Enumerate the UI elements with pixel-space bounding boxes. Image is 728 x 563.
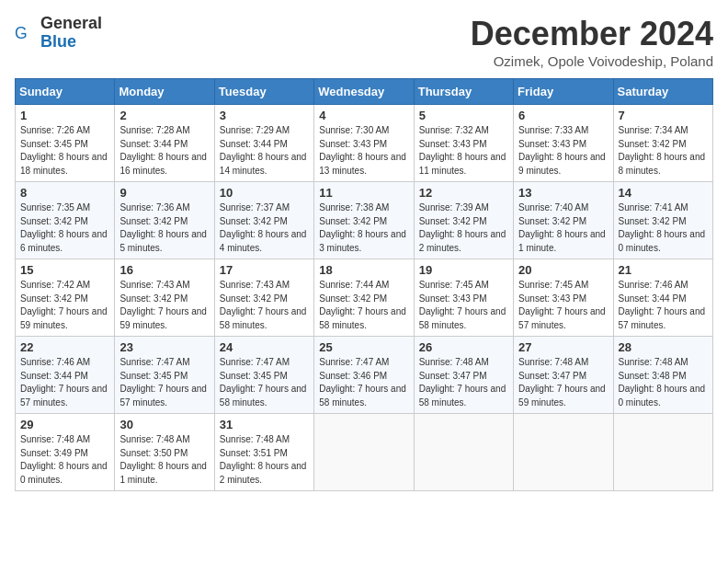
day-info: Sunrise: 7:35 AMSunset: 3:42 PMDaylight:… xyxy=(20,201,109,255)
day-number: 1 xyxy=(20,109,109,122)
day-number: 31 xyxy=(220,418,309,431)
day-number: 10 xyxy=(220,186,309,200)
day-number: 23 xyxy=(119,340,209,354)
calendar-day-cell xyxy=(414,414,513,491)
day-number: 27 xyxy=(518,340,608,354)
day-info: Sunrise: 7:30 AMSunset: 3:43 PMDaylight:… xyxy=(319,124,408,178)
day-info: Sunrise: 7:47 AMSunset: 3:45 PMDaylight:… xyxy=(220,356,309,409)
day-number: 18 xyxy=(319,263,408,277)
location-title: Ozimek, Opole Voivodeship, Poland xyxy=(471,53,713,69)
calendar-day-cell xyxy=(613,414,712,491)
weekday-header-cell: Wednesday xyxy=(314,79,414,105)
calendar-day-cell xyxy=(314,414,414,491)
calendar-day-cell: 12Sunrise: 7:39 AMSunset: 3:42 PMDayligh… xyxy=(414,182,513,259)
day-info: Sunrise: 7:45 AMSunset: 3:43 PMDaylight:… xyxy=(419,279,508,332)
day-info: Sunrise: 7:32 AMSunset: 3:43 PMDaylight:… xyxy=(419,124,508,178)
day-number: 17 xyxy=(220,263,309,277)
logo-blue-text: Blue xyxy=(40,33,102,52)
calendar-day-cell: 7Sunrise: 7:34 AMSunset: 3:42 PMDaylight… xyxy=(613,105,712,182)
day-info: Sunrise: 7:39 AMSunset: 3:42 PMDaylight:… xyxy=(419,201,508,255)
calendar-day-cell: 11Sunrise: 7:38 AMSunset: 3:42 PMDayligh… xyxy=(314,182,414,259)
calendar-day-cell: 29Sunrise: 7:48 AMSunset: 3:49 PMDayligh… xyxy=(16,414,115,491)
calendar-day-cell: 23Sunrise: 7:47 AMSunset: 3:45 PMDayligh… xyxy=(115,337,214,414)
day-number: 12 xyxy=(419,186,508,200)
day-number: 6 xyxy=(518,109,608,122)
day-number: 3 xyxy=(220,109,309,122)
day-info: Sunrise: 7:38 AMSunset: 3:42 PMDaylight:… xyxy=(319,201,408,255)
calendar-day-cell: 14Sunrise: 7:41 AMSunset: 3:42 PMDayligh… xyxy=(613,182,712,259)
day-number: 16 xyxy=(119,263,209,277)
day-number: 20 xyxy=(518,263,608,277)
day-number: 15 xyxy=(20,263,109,277)
logo-general-text: General xyxy=(40,15,102,33)
calendar-day-cell: 18Sunrise: 7:44 AMSunset: 3:42 PMDayligh… xyxy=(314,259,414,337)
day-info: Sunrise: 7:40 AMSunset: 3:42 PMDaylight:… xyxy=(518,201,608,255)
title-area: December 2024 Ozimek, Opole Voivodeship,… xyxy=(471,15,713,69)
calendar-day-cell: 26Sunrise: 7:48 AMSunset: 3:47 PMDayligh… xyxy=(414,337,513,414)
calendar-day-cell: 24Sunrise: 7:47 AMSunset: 3:45 PMDayligh… xyxy=(214,337,313,414)
day-number: 28 xyxy=(619,340,708,354)
calendar-day-cell: 5Sunrise: 7:32 AMSunset: 3:43 PMDaylight… xyxy=(414,105,513,182)
day-number: 30 xyxy=(119,418,209,431)
day-number: 4 xyxy=(319,109,408,122)
day-number: 9 xyxy=(119,186,209,200)
calendar-week-row: 8Sunrise: 7:35 AMSunset: 3:42 PMDaylight… xyxy=(16,182,713,259)
calendar-day-cell: 19Sunrise: 7:45 AMSunset: 3:43 PMDayligh… xyxy=(414,259,513,337)
day-info: Sunrise: 7:46 AMSunset: 3:44 PMDaylight:… xyxy=(619,279,708,332)
calendar-day-cell: 13Sunrise: 7:40 AMSunset: 3:42 PMDayligh… xyxy=(514,182,613,259)
day-info: Sunrise: 7:48 AMSunset: 3:50 PMDaylight:… xyxy=(119,433,209,487)
day-info: Sunrise: 7:36 AMSunset: 3:42 PMDaylight:… xyxy=(119,201,209,255)
calendar-week-row: 22Sunrise: 7:46 AMSunset: 3:44 PMDayligh… xyxy=(16,337,713,414)
month-title: December 2024 xyxy=(471,15,713,53)
day-info: Sunrise: 7:34 AMSunset: 3:42 PMDaylight:… xyxy=(619,124,708,178)
day-info: Sunrise: 7:48 AMSunset: 3:51 PMDaylight:… xyxy=(220,433,309,487)
day-number: 29 xyxy=(20,418,109,431)
calendar-day-cell: 22Sunrise: 7:46 AMSunset: 3:44 PMDayligh… xyxy=(16,337,115,414)
day-number: 25 xyxy=(319,340,408,354)
logo: G General Blue xyxy=(15,15,102,52)
weekday-header-cell: Sunday xyxy=(16,79,115,105)
day-info: Sunrise: 7:48 AMSunset: 3:48 PMDaylight:… xyxy=(619,356,708,409)
calendar-day-cell: 9Sunrise: 7:36 AMSunset: 3:42 PMDaylight… xyxy=(115,182,214,259)
calendar-day-cell: 1Sunrise: 7:26 AMSunset: 3:45 PMDaylight… xyxy=(16,105,115,182)
day-info: Sunrise: 7:48 AMSunset: 3:47 PMDaylight:… xyxy=(419,356,508,409)
day-info: Sunrise: 7:48 AMSunset: 3:47 PMDaylight:… xyxy=(518,356,608,409)
day-info: Sunrise: 7:44 AMSunset: 3:42 PMDaylight:… xyxy=(319,279,408,332)
calendar-day-cell xyxy=(514,414,613,491)
day-info: Sunrise: 7:46 AMSunset: 3:44 PMDaylight:… xyxy=(20,356,109,409)
calendar-week-row: 1Sunrise: 7:26 AMSunset: 3:45 PMDaylight… xyxy=(16,105,713,182)
day-number: 19 xyxy=(419,263,508,277)
day-info: Sunrise: 7:47 AMSunset: 3:45 PMDaylight:… xyxy=(119,356,209,409)
day-number: 11 xyxy=(319,186,408,200)
calendar-day-cell: 4Sunrise: 7:30 AMSunset: 3:43 PMDaylight… xyxy=(314,105,414,182)
day-info: Sunrise: 7:28 AMSunset: 3:44 PMDaylight:… xyxy=(119,124,209,178)
calendar-day-cell: 20Sunrise: 7:45 AMSunset: 3:43 PMDayligh… xyxy=(514,259,613,337)
day-number: 13 xyxy=(518,186,608,200)
calendar-day-cell: 21Sunrise: 7:46 AMSunset: 3:44 PMDayligh… xyxy=(613,259,712,337)
calendar-day-cell: 25Sunrise: 7:47 AMSunset: 3:46 PMDayligh… xyxy=(314,337,414,414)
day-info: Sunrise: 7:37 AMSunset: 3:42 PMDaylight:… xyxy=(220,201,309,255)
day-info: Sunrise: 7:33 AMSunset: 3:43 PMDaylight:… xyxy=(518,124,608,178)
day-info: Sunrise: 7:45 AMSunset: 3:43 PMDaylight:… xyxy=(518,279,608,332)
calendar-day-cell: 16Sunrise: 7:43 AMSunset: 3:42 PMDayligh… xyxy=(115,259,214,337)
day-number: 21 xyxy=(619,263,708,277)
day-number: 14 xyxy=(619,186,708,200)
calendar-day-cell: 28Sunrise: 7:48 AMSunset: 3:48 PMDayligh… xyxy=(613,337,712,414)
day-number: 22 xyxy=(20,340,109,354)
weekday-header-cell: Monday xyxy=(115,79,214,105)
weekday-header-cell: Tuesday xyxy=(214,79,313,105)
calendar-day-cell: 10Sunrise: 7:37 AMSunset: 3:42 PMDayligh… xyxy=(214,182,313,259)
day-info: Sunrise: 7:47 AMSunset: 3:46 PMDaylight:… xyxy=(319,356,408,409)
calendar-day-cell: 6Sunrise: 7:33 AMSunset: 3:43 PMDaylight… xyxy=(514,105,613,182)
day-info: Sunrise: 7:29 AMSunset: 3:44 PMDaylight:… xyxy=(220,124,309,178)
day-info: Sunrise: 7:43 AMSunset: 3:42 PMDaylight:… xyxy=(220,279,309,332)
day-number: 8 xyxy=(20,186,109,200)
calendar-day-cell: 3Sunrise: 7:29 AMSunset: 3:44 PMDaylight… xyxy=(214,105,313,182)
day-number: 24 xyxy=(220,340,309,354)
day-number: 5 xyxy=(419,109,508,122)
day-number: 7 xyxy=(619,109,708,122)
svg-text:G: G xyxy=(15,23,28,41)
logo-icon: G xyxy=(15,22,37,44)
weekday-header-cell: Saturday xyxy=(613,79,712,105)
calendar-week-row: 29Sunrise: 7:48 AMSunset: 3:49 PMDayligh… xyxy=(16,414,713,491)
